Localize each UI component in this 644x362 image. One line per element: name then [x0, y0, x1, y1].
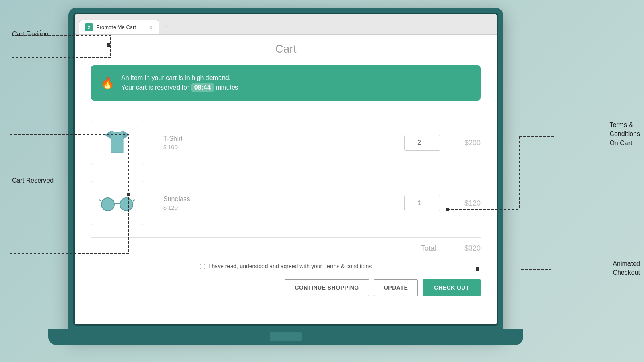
tshirt-total: $200: [452, 139, 481, 147]
annotation-cart-reserved: Cart Reserved: [12, 177, 54, 184]
cart-items-list: T-Shirt $ 100 $200: [91, 113, 481, 237]
alert-text: An item in your cart is in high demand. …: [121, 73, 240, 93]
cart-item-sunglass: Sunglass $ 120 $120: [91, 173, 481, 233]
annotation-animated-checkout: AnimatedCheckout: [613, 259, 640, 278]
svg-point-1: [120, 198, 133, 211]
page-title: Cart: [91, 43, 481, 56]
alert-line2-suffix: minutes!: [214, 84, 240, 91]
browser-chrome: 2 Promote Me Cart × +: [75, 14, 497, 35]
tab-bar: 2 Promote Me Cart × +: [79, 14, 493, 34]
new-tab-button[interactable]: +: [159, 20, 175, 34]
active-tab[interactable]: 2 Promote Me Cart ×: [79, 20, 159, 34]
alert-banner: 🔥 An item in your cart is in high demand…: [91, 65, 481, 101]
terms-row: I have read, understood and agreed with …: [91, 259, 481, 278]
svg-line-3: [99, 200, 101, 201]
tshirt-image: [91, 121, 143, 165]
laptop-trackpad: [270, 332, 302, 341]
checkout-button[interactable]: CHECK OUT: [423, 279, 481, 296]
update-button[interactable]: UPDATE: [374, 279, 418, 296]
svg-line-4: [133, 200, 135, 201]
tshirt-info: T-Shirt $ 100: [155, 135, 392, 150]
laptop-base: [48, 329, 523, 345]
tab-favicon: 2: [85, 23, 93, 31]
screen-bezel: 2 Promote Me Cart × + Cart 🔥 An item in …: [73, 13, 498, 326]
tshirt-svg: [101, 127, 133, 159]
sunglass-name: Sunglass: [163, 195, 392, 203]
cart-item-tshirt: T-Shirt $ 100 $200: [91, 113, 481, 173]
sunglass-quantity-input[interactable]: [404, 195, 440, 211]
timer-display: 08:44: [191, 83, 214, 92]
laptop-screen: 2 Promote Me Cart × + Cart 🔥 An item in …: [75, 14, 497, 324]
tshirt-name: T-Shirt: [163, 135, 392, 142]
total-amount: $320: [452, 244, 481, 253]
tshirt-price: $ 100: [163, 144, 392, 150]
sunglass-svg: [99, 193, 135, 213]
svg-point-0: [101, 198, 114, 211]
sunglass-price: $ 120: [163, 204, 392, 211]
sunglass-total: $120: [452, 199, 481, 208]
tshirt-quantity-input[interactable]: [404, 135, 440, 151]
terms-text: I have read, understood and agreed with …: [208, 263, 322, 269]
alert-line1: An item in your cart is in high demand.: [121, 73, 240, 83]
sunglass-info: Sunglass $ 120: [155, 195, 392, 211]
terms-link[interactable]: terms & conditions: [325, 263, 372, 269]
tab-title: Promote Me Cart: [96, 24, 145, 30]
annotation-terms-conditions: Terms &ConditionsOn Cart: [609, 121, 640, 148]
continue-shopping-button[interactable]: CONTINUE SHOPPING: [285, 279, 369, 296]
total-row: Total $320: [91, 238, 481, 259]
laptop-body: 2 Promote Me Cart × + Cart 🔥 An item in …: [68, 8, 503, 338]
tab-close-button[interactable]: ×: [149, 23, 153, 31]
sunglass-image: [91, 181, 143, 225]
terms-checkbox[interactable]: [200, 264, 205, 269]
fire-icon: 🔥: [101, 76, 115, 90]
page-content: Cart 🔥 An item in your cart is in high d…: [75, 35, 497, 324]
annotation-cart-favicon: Cart Favicon: [12, 30, 49, 39]
alert-line2: Your cart is reserved for 08:44 minutes!: [121, 83, 240, 93]
alert-line2-prefix: Your cart is reserved for: [121, 84, 191, 91]
total-label: Total: [421, 244, 436, 253]
action-buttons: CONTINUE SHOPPING UPDATE CHECK OUT: [91, 278, 481, 296]
